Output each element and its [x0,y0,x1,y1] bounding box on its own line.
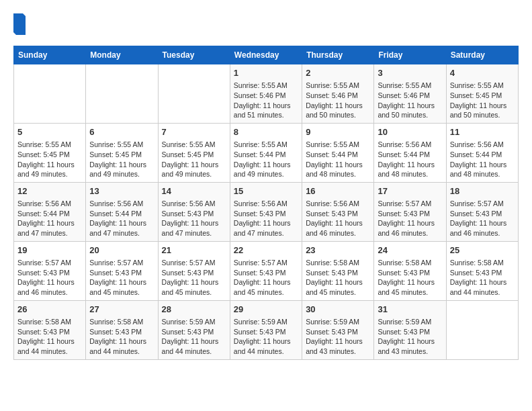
day-number: 20 [89,244,154,257]
day-info: Sunrise: 5:56 AM Sunset: 5:43 PM Dayligh… [234,199,298,238]
calendar-cell: 10Sunrise: 5:56 AM Sunset: 5:44 PM Dayli… [374,123,446,182]
day-number: 3 [378,67,442,79]
day-number: 14 [162,185,226,197]
day-number: 16 [306,185,370,197]
day-info: Sunrise: 5:55 AM Sunset: 5:45 PM Dayligh… [162,140,226,179]
day-number: 26 [17,304,82,316]
day-number: 12 [17,185,82,197]
day-info: Sunrise: 5:58 AM Sunset: 5:43 PM Dayligh… [17,317,82,357]
day-info: Sunrise: 5:59 AM Sunset: 5:43 PM Dayligh… [162,317,226,357]
calendar-cell: 16Sunrise: 5:56 AM Sunset: 5:43 PM Dayli… [302,182,374,241]
day-info: Sunrise: 5:57 AM Sunset: 5:43 PM Dayligh… [17,258,82,298]
calendar-cell: 14Sunrise: 5:56 AM Sunset: 5:43 PM Dayli… [158,182,230,241]
day-info: Sunrise: 5:55 AM Sunset: 5:46 PM Dayligh… [378,81,442,120]
calendar-cell: 21Sunrise: 5:57 AM Sunset: 5:43 PM Dayli… [158,241,230,300]
calendar-cell: 30Sunrise: 5:59 AM Sunset: 5:43 PM Dayli… [302,300,374,359]
day-info: Sunrise: 5:56 AM Sunset: 5:44 PM Dayligh… [17,199,82,238]
calendar-cell: 3Sunrise: 5:55 AM Sunset: 5:46 PM Daylig… [374,64,446,124]
header-cell-sunday: Sunday [14,46,86,64]
header-cell-monday: Monday [86,46,158,64]
day-number: 13 [89,185,154,197]
day-info: Sunrise: 5:57 AM Sunset: 5:43 PM Dayligh… [450,199,515,238]
day-info: Sunrise: 5:59 AM Sunset: 5:43 PM Dayligh… [234,317,298,357]
week-row-1: 5Sunrise: 5:55 AM Sunset: 5:45 PM Daylig… [14,123,519,182]
calendar-cell: 11Sunrise: 5:56 AM Sunset: 5:44 PM Dayli… [446,123,518,182]
calendar-cell: 19Sunrise: 5:57 AM Sunset: 5:43 PM Dayli… [14,241,86,300]
header-cell-thursday: Thursday [302,46,374,64]
day-number: 7 [162,126,226,138]
calendar-cell: 27Sunrise: 5:58 AM Sunset: 5:43 PM Dayli… [86,300,158,359]
calendar-cell: 22Sunrise: 5:57 AM Sunset: 5:43 PM Dayli… [230,241,302,300]
day-number: 19 [17,244,82,257]
calendar-cell [158,64,230,124]
day-number: 21 [162,244,226,257]
day-number: 5 [17,126,82,138]
calendar-cell: 7Sunrise: 5:55 AM Sunset: 5:45 PM Daylig… [158,123,230,182]
calendar-cell: 31Sunrise: 5:59 AM Sunset: 5:43 PM Dayli… [374,300,446,359]
day-number: 31 [378,304,442,316]
day-number: 22 [234,244,298,257]
calendar-cell: 25Sunrise: 5:58 AM Sunset: 5:43 PM Dayli… [446,241,518,300]
day-number: 29 [234,304,298,316]
day-number: 27 [89,304,154,316]
header-cell-saturday: Saturday [446,46,518,64]
calendar-cell: 17Sunrise: 5:57 AM Sunset: 5:43 PM Dayli… [374,182,446,241]
calendar-cell: 26Sunrise: 5:58 AM Sunset: 5:43 PM Dayli… [14,300,86,359]
day-info: Sunrise: 5:55 AM Sunset: 5:46 PM Dayligh… [234,81,298,120]
week-row-4: 26Sunrise: 5:58 AM Sunset: 5:43 PM Dayli… [14,300,519,359]
logo [13,13,26,35]
calendar-body: 1Sunrise: 5:55 AM Sunset: 5:46 PM Daylig… [14,64,519,360]
week-row-2: 12Sunrise: 5:56 AM Sunset: 5:44 PM Dayli… [14,182,519,241]
day-number: 6 [89,126,154,138]
header-cell-tuesday: Tuesday [158,46,230,64]
day-info: Sunrise: 5:57 AM Sunset: 5:43 PM Dayligh… [234,258,298,298]
day-info: Sunrise: 5:57 AM Sunset: 5:43 PM Dayligh… [162,258,226,298]
day-info: Sunrise: 5:56 AM Sunset: 5:43 PM Dayligh… [306,199,370,238]
day-number: 4 [450,67,515,79]
calendar-cell: 29Sunrise: 5:59 AM Sunset: 5:43 PM Dayli… [230,300,302,359]
header-cell-wednesday: Wednesday [230,46,302,64]
day-info: Sunrise: 5:58 AM Sunset: 5:43 PM Dayligh… [450,258,515,298]
calendar-cell [14,64,86,124]
calendar-header: SundayMondayTuesdayWednesdayThursdayFrid… [14,46,519,64]
calendar-cell: 1Sunrise: 5:55 AM Sunset: 5:46 PM Daylig… [230,64,302,124]
day-info: Sunrise: 5:56 AM Sunset: 5:44 PM Dayligh… [450,140,515,179]
day-number: 18 [450,185,515,197]
day-info: Sunrise: 5:58 AM Sunset: 5:43 PM Dayligh… [378,258,442,298]
day-number: 23 [306,244,370,257]
calendar-cell: 9Sunrise: 5:55 AM Sunset: 5:44 PM Daylig… [302,123,374,182]
day-number: 24 [378,244,442,257]
day-info: Sunrise: 5:57 AM Sunset: 5:43 PM Dayligh… [89,258,154,298]
calendar-cell: 12Sunrise: 5:56 AM Sunset: 5:44 PM Dayli… [14,182,86,241]
day-info: Sunrise: 5:55 AM Sunset: 5:45 PM Dayligh… [450,81,515,120]
calendar-cell [86,64,158,124]
day-info: Sunrise: 5:58 AM Sunset: 5:43 PM Dayligh… [89,317,154,357]
day-number: 30 [306,304,370,316]
day-info: Sunrise: 5:55 AM Sunset: 5:46 PM Dayligh… [306,81,370,120]
page-header [13,13,519,35]
calendar-cell: 28Sunrise: 5:59 AM Sunset: 5:43 PM Dayli… [158,300,230,359]
calendar-cell: 5Sunrise: 5:55 AM Sunset: 5:45 PM Daylig… [14,123,86,182]
calendar-cell: 13Sunrise: 5:56 AM Sunset: 5:44 PM Dayli… [86,182,158,241]
day-info: Sunrise: 5:59 AM Sunset: 5:43 PM Dayligh… [306,317,370,357]
day-number: 2 [306,67,370,79]
header-cell-friday: Friday [374,46,446,64]
day-number: 10 [378,126,442,138]
calendar-cell: 8Sunrise: 5:55 AM Sunset: 5:44 PM Daylig… [230,123,302,182]
calendar-cell: 23Sunrise: 5:58 AM Sunset: 5:43 PM Dayli… [302,241,374,300]
calendar-cell: 6Sunrise: 5:55 AM Sunset: 5:45 PM Daylig… [86,123,158,182]
day-info: Sunrise: 5:55 AM Sunset: 5:45 PM Dayligh… [17,140,82,179]
calendar-cell: 2Sunrise: 5:55 AM Sunset: 5:46 PM Daylig… [302,64,374,124]
day-info: Sunrise: 5:58 AM Sunset: 5:43 PM Dayligh… [306,258,370,298]
day-info: Sunrise: 5:55 AM Sunset: 5:45 PM Dayligh… [89,140,154,179]
day-info: Sunrise: 5:55 AM Sunset: 5:44 PM Dayligh… [306,140,370,179]
day-number: 17 [378,185,442,197]
svg-marker-0 [13,13,26,35]
calendar-cell: 15Sunrise: 5:56 AM Sunset: 5:43 PM Dayli… [230,182,302,241]
day-info: Sunrise: 5:56 AM Sunset: 5:44 PM Dayligh… [89,199,154,238]
day-info: Sunrise: 5:56 AM Sunset: 5:43 PM Dayligh… [162,199,226,238]
day-info: Sunrise: 5:55 AM Sunset: 5:44 PM Dayligh… [234,140,298,179]
day-info: Sunrise: 5:57 AM Sunset: 5:43 PM Dayligh… [378,199,442,238]
day-info: Sunrise: 5:59 AM Sunset: 5:43 PM Dayligh… [378,317,442,357]
header-row: SundayMondayTuesdayWednesdayThursdayFrid… [14,46,519,64]
